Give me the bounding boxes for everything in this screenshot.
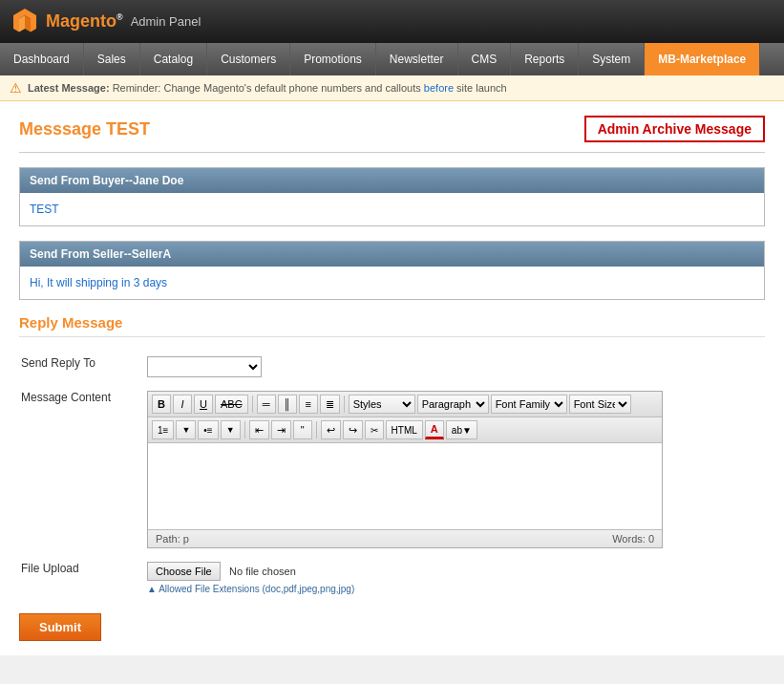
- ordered-list-button[interactable]: 1≡: [152, 420, 174, 439]
- toolbar-divider-3: [244, 421, 245, 438]
- editor-body[interactable]: [148, 443, 662, 529]
- blockquote-button[interactable]: ": [293, 420, 312, 439]
- file-extensions-note: ▲ Allowed File Extensions (doc,pdf,jpeg,…: [147, 584, 763, 594]
- seller-message-header: Send From Seller--SellerA: [20, 242, 764, 267]
- nav-item-promotions[interactable]: Promotions: [290, 43, 376, 75]
- alert-icon: ⚠: [10, 80, 22, 96]
- seller-message-section: Send From Seller--SellerA Hi, It will sh…: [19, 241, 765, 300]
- choose-file-button[interactable]: Choose File: [147, 562, 221, 581]
- undo-button[interactable]: ↩: [321, 420, 341, 439]
- reply-section: Reply Message Send Reply To Buyer Seller…: [19, 314, 765, 641]
- file-ext-value: (doc,pdf,jpeg,png,jpg): [263, 584, 355, 594]
- seller-message-body: Hi, It will shipping in 3 days: [20, 267, 764, 299]
- send-reply-to-select[interactable]: Buyer Seller: [147, 356, 262, 377]
- unordered-list-button[interactable]: •≡: [198, 420, 218, 439]
- file-upload-row: File Upload Choose File No file chosen ▲…: [21, 556, 763, 600]
- file-upload-field: Choose File No file chosen ▲ Allowed Fil…: [147, 556, 763, 600]
- nav-item-newsletter[interactable]: Newsletter: [376, 43, 458, 75]
- unlink-button[interactable]: ✂: [365, 420, 384, 439]
- reply-section-title: Reply Message: [19, 314, 765, 337]
- editor-toolbar-2: 1≡ ▼ •≡ ▼ ⇤ ⇥ " ↩ ↪ ✂ HTML: [148, 417, 662, 443]
- editor-footer: Path: p Words: 0: [148, 529, 662, 547]
- file-upload-label: File Upload: [21, 556, 145, 600]
- alert-text: Latest Message: Reminder: Change Magento…: [28, 82, 507, 94]
- main-content: Messsage TEST Admin Archive Message Send…: [0, 101, 784, 655]
- words-value: 0: [648, 533, 654, 545]
- redo-button[interactable]: ↪: [343, 420, 363, 439]
- reply-form: Send Reply To Buyer Seller Message Conte…: [19, 349, 765, 602]
- strikethrough-button[interactable]: ABC: [215, 395, 248, 414]
- words-label: Words:: [612, 533, 646, 545]
- align-right-button[interactable]: ≡: [299, 395, 318, 414]
- nav-item-cms[interactable]: CMS: [458, 43, 512, 75]
- highlight-button[interactable]: ab▼: [446, 420, 477, 439]
- file-ext-prefix: Allowed File Extensions: [159, 584, 262, 594]
- align-left-button[interactable]: ═: [257, 395, 276, 414]
- message-content-label: Message Content: [21, 385, 145, 554]
- toolbar-divider-4: [316, 421, 317, 438]
- nav-item-customers[interactable]: Customers: [207, 43, 290, 75]
- logo-area: Magento® Admin Panel: [10, 7, 201, 37]
- bold-button[interactable]: B: [152, 395, 171, 414]
- alert-before-link[interactable]: before: [424, 82, 454, 94]
- html-button[interactable]: HTML: [386, 420, 423, 439]
- nav-item-mb-marketplace[interactable]: MB-Marketplace: [645, 43, 760, 75]
- alert-bar: ⚠ Latest Message: Reminder: Change Magen…: [0, 75, 784, 101]
- path-value: p: [183, 533, 189, 545]
- nav-item-system[interactable]: System: [579, 43, 645, 75]
- paragraph-select[interactable]: Paragraph: [417, 395, 489, 414]
- editor-word-count: Words: 0: [612, 533, 654, 545]
- ordered-list-dropdown[interactable]: ▼: [176, 420, 196, 439]
- align-center-button[interactable]: ║: [278, 395, 297, 414]
- page-header: Magento® Admin Panel: [0, 0, 784, 43]
- submit-button[interactable]: Submit: [19, 613, 101, 641]
- message-content-row: Message Content B I U ABC ═ ║ ≡: [21, 385, 763, 554]
- underline-button[interactable]: U: [194, 395, 213, 414]
- send-reply-to-field: Buyer Seller: [147, 351, 763, 383]
- unordered-list-dropdown[interactable]: ▼: [221, 420, 241, 439]
- outdent-button[interactable]: ⇤: [249, 420, 269, 439]
- editor-path: Path: p: [156, 533, 189, 545]
- editor-toolbar-1: B I U ABC ═ ║ ≡ ≣ Styles: [148, 392, 662, 417]
- editor-container: B I U ABC ═ ║ ≡ ≣ Styles: [147, 391, 663, 548]
- nav-item-reports[interactable]: Reports: [511, 43, 579, 75]
- font-color-button[interactable]: A: [425, 420, 444, 439]
- editor-cell: B I U ABC ═ ║ ≡ ≣ Styles: [147, 385, 763, 554]
- send-reply-to-row: Send Reply To Buyer Seller: [21, 351, 763, 383]
- page-title: Messsage TEST: [19, 119, 584, 139]
- magento-logo-icon: [10, 7, 40, 37]
- choose-file-label[interactable]: Choose File No file chosen: [147, 565, 296, 578]
- font-family-select[interactable]: Font Family: [491, 395, 567, 414]
- buyer-message-header: Send From Buyer--Jane Doe: [20, 168, 764, 193]
- main-nav: Dashboard Sales Catalog Customers Promot…: [0, 43, 784, 75]
- send-reply-to-label: Send Reply To: [21, 351, 145, 383]
- logo-subtitle: Admin Panel: [131, 14, 201, 29]
- nav-item-sales[interactable]: Sales: [84, 43, 140, 75]
- file-name-text: No file chosen: [229, 566, 296, 577]
- file-ext-arrow: ▲: [147, 584, 159, 594]
- italic-button[interactable]: I: [173, 395, 192, 414]
- styles-select[interactable]: Styles: [349, 395, 415, 414]
- nav-item-dashboard[interactable]: Dashboard: [0, 43, 84, 75]
- indent-button[interactable]: ⇥: [271, 420, 291, 439]
- path-label: Path:: [156, 533, 183, 545]
- font-size-select[interactable]: Font Size: [569, 395, 631, 414]
- nav-item-catalog[interactable]: Catalog: [140, 43, 207, 75]
- buyer-message-section: Send From Buyer--Jane Doe TEST: [19, 167, 765, 226]
- archive-button[interactable]: Admin Archive Message: [584, 116, 765, 142]
- buyer-message-body: TEST: [20, 193, 764, 225]
- file-upload-control: Choose File No file chosen: [147, 562, 763, 581]
- logo-brand: Magento®: [46, 11, 123, 32]
- toolbar-divider-1: [252, 395, 253, 413]
- toolbar-divider-2: [344, 395, 345, 413]
- align-justify-button[interactable]: ≣: [320, 395, 340, 414]
- content-page-header: Messsage TEST Admin Archive Message: [19, 116, 765, 153]
